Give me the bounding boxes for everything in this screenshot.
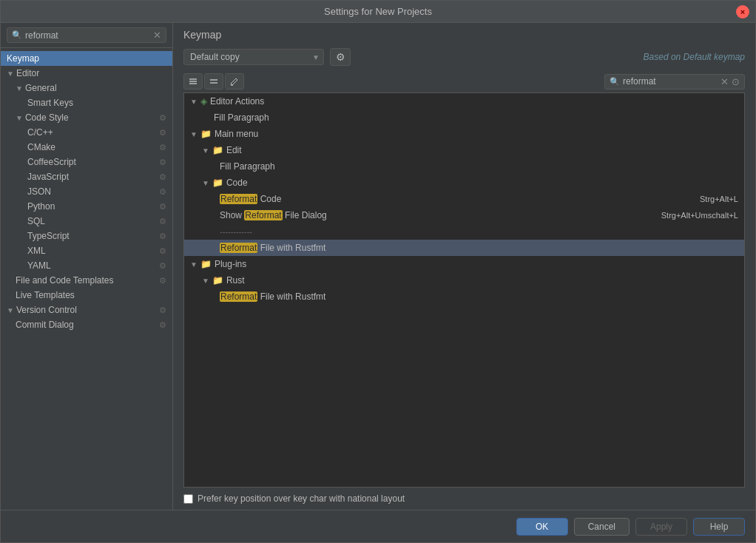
left-panel: 🔍 ✕ Keymap ▼ Editor ▼ General [1, 23, 173, 510]
reformat-code-shortcut: Strg+Alt+L [700, 195, 738, 203]
keymap-gear-button[interactable]: ⚙ [330, 48, 351, 66]
edit-shortcut-button[interactable] [225, 73, 244, 90]
tree-row-show-reformat-file[interactable]: Show Reformat File Dialog Strg+Alt+Umsch… [184, 207, 744, 223]
based-on-label: Based on Default keymap [644, 52, 745, 62]
sql-gear-icon: ⚙ [159, 217, 166, 226]
rust-arrow-icon[interactable]: ▼ [202, 277, 209, 285]
keymap-search-clear-icon[interactable]: ✕ [720, 76, 729, 87]
keymap-search-icon: 🔍 [610, 77, 620, 87]
tree-row-edit[interactable]: ▼ 📁 Edit [184, 142, 744, 158]
sidebar-item-cmake[interactable]: CMake ⚙ [1, 140, 172, 155]
keymap-search-match-icon[interactable]: ⊙ [732, 76, 740, 87]
main-menu-arrow-icon[interactable]: ▼ [190, 130, 198, 138]
keymap-search-input[interactable] [623, 76, 719, 87]
sidebar-item-xml[interactable]: XML ⚙ [1, 243, 172, 258]
sidebar-item-smart-keys[interactable]: Smart Keys [1, 95, 172, 110]
toolbar-row: 🔍 ✕ ⊙ [173, 70, 755, 92]
code-folder-icon: 📁 [212, 178, 223, 188]
tree-row-reformat-code[interactable]: Reformat Code Strg+Alt+L [184, 191, 744, 207]
sidebar-sql-label: SQL [27, 216, 159, 226]
sidebar-cmake-label: CMake [27, 142, 159, 152]
plugins-arrow-icon[interactable]: ▼ [190, 260, 198, 269]
keymap-controls: Default copy Default Eclipse Emacs ▼ ⚙ B… [173, 48, 755, 70]
sidebar-item-commit-dialog[interactable]: Commit Dialog ⚙ [1, 317, 172, 332]
collapse-all-icon [209, 76, 219, 87]
sidebar-item-cpp[interactable]: C/C++ ⚙ [1, 125, 172, 140]
reformat-rustfmt-selected-label: Reformat File with Rustfmt [220, 243, 325, 253]
sidebar-yaml-label: YAML [27, 260, 159, 271]
tree-row-main-menu[interactable]: ▼ 📁 Main menu [184, 126, 744, 142]
sidebar-search-icon: 🔍 [12, 30, 22, 40]
sidebar-item-version-control[interactable]: ▼ Version Control ⚙ [1, 303, 172, 317]
sidebar-item-live-templates[interactable]: Live Templates [1, 288, 172, 303]
sidebar-search-bar: 🔍 ✕ [1, 23, 172, 48]
javascript-gear-icon: ⚙ [159, 172, 166, 182]
sidebar-tree: Keymap ▼ Editor ▼ General Smart Keys [1, 48, 172, 510]
general-arrow: ▼ [16, 84, 23, 92]
sidebar-item-python[interactable]: Python ⚙ [1, 199, 172, 214]
main-content: 🔍 ✕ Keymap ▼ Editor ▼ General [1, 23, 755, 510]
reformat-code-highlight: Reformat [220, 194, 257, 204]
tree-row-fill-paragraph-1[interactable]: Fill Paragraph [184, 109, 744, 126]
reformat-code-label: Reformat Code [220, 194, 281, 204]
sidebar-item-typescript[interactable]: TypeScript ⚙ [1, 229, 172, 243]
cancel-button[interactable]: Cancel [574, 518, 630, 536]
sidebar-xml-label: XML [27, 246, 159, 256]
expand-all-button[interactable] [183, 73, 203, 90]
cpp-gear-icon: ⚙ [159, 128, 166, 138]
keymap-title: Keymap [183, 29, 221, 41]
sidebar-general-label: General [25, 83, 166, 93]
sidebar-keymap-label: Keymap [7, 53, 166, 64]
sidebar-item-general[interactable]: ▼ General [1, 81, 172, 95]
edit-folder-icon: 📁 [212, 145, 223, 155]
keymap-search-wrap: 🔍 ✕ ⊙ [604, 74, 745, 90]
reformat-rustfmt-selected-highlight: Reformat [220, 243, 257, 253]
tree-row-code[interactable]: ▼ 📁 Code [184, 175, 744, 191]
tree-row-fill-paragraph-2[interactable]: Fill Paragraph [184, 158, 744, 175]
help-button[interactable]: Help [693, 518, 745, 536]
keymap-dropdown[interactable]: Default copy Default Eclipse Emacs [183, 49, 324, 65]
sidebar-item-json[interactable]: JSON ⚙ [1, 184, 172, 199]
close-button[interactable]: × [736, 5, 749, 18]
sidebar-item-yaml[interactable]: YAML ⚙ [1, 258, 172, 273]
keymap-dropdown-wrap: Default copy Default Eclipse Emacs ▼ [183, 49, 324, 65]
tree-row-rust[interactable]: ▼ 📁 Rust [184, 272, 744, 289]
keymap-header: Keymap [173, 23, 755, 44]
sidebar-item-editor[interactable]: ▼ Editor [1, 66, 172, 81]
sidebar-item-code-style[interactable]: ▼ Code Style ⚙ [1, 110, 172, 125]
sidebar-item-keymap[interactable]: Keymap [1, 51, 172, 66]
prefer-key-position-checkbox[interactable] [183, 494, 193, 504]
json-gear-icon: ⚙ [159, 187, 166, 197]
rust-label: Rust [226, 275, 245, 286]
tree-row-reformat-rustfmt-selected[interactable]: Reformat File with Rustfmt [184, 240, 744, 256]
tree-row-separator: ------------ [184, 223, 744, 240]
sidebar-item-coffeescript[interactable]: CoffeeScript ⚙ [1, 155, 172, 169]
editor-actions-action-icon: ◈ [200, 96, 207, 107]
collapse-all-button[interactable] [204, 73, 223, 90]
sidebar-item-sql[interactable]: SQL ⚙ [1, 214, 172, 229]
yaml-gear-icon: ⚙ [159, 261, 166, 271]
sidebar-item-file-code-templates[interactable]: File and Code Templates ⚙ [1, 273, 172, 288]
sidebar-commit-dialog-label: Commit Dialog [16, 320, 159, 330]
apply-button[interactable]: Apply [635, 518, 687, 536]
edit-arrow-icon[interactable]: ▼ [202, 146, 209, 155]
code-arrow-icon[interactable]: ▼ [202, 179, 209, 187]
sidebar-version-control-label: Version Control [16, 305, 159, 315]
tree-row-editor-actions[interactable]: ▼ ◈ Editor Actions [184, 93, 744, 109]
code-label: Code [226, 178, 248, 188]
sidebar-python-label: Python [27, 201, 159, 212]
prefer-key-position-label: Prefer key position over key char with n… [198, 493, 405, 504]
tree-row-reformat-rustfmt[interactable]: Reformat File with Rustfmt [184, 289, 744, 305]
sidebar-clear-icon[interactable]: ✕ [153, 30, 161, 41]
reformat-rustfmt-highlight: Reformat [220, 291, 257, 302]
tree-row-plugins[interactable]: ▼ 📁 Plug-ins [184, 256, 744, 272]
ok-button[interactable]: OK [516, 518, 568, 536]
version-control-arrow: ▼ [7, 306, 14, 314]
sidebar-search-input[interactable] [25, 30, 153, 41]
editor-actions-arrow-icon[interactable]: ▼ [190, 98, 198, 106]
right-panel: Keymap Default copy Default Eclipse Emac… [173, 23, 755, 510]
sidebar-cpp-label: C/C++ [27, 127, 159, 138]
sidebar-item-javascript[interactable]: JavaScript ⚙ [1, 169, 172, 184]
sidebar-code-style-label: Code Style [25, 112, 159, 123]
cmake-gear-icon: ⚙ [159, 143, 166, 152]
